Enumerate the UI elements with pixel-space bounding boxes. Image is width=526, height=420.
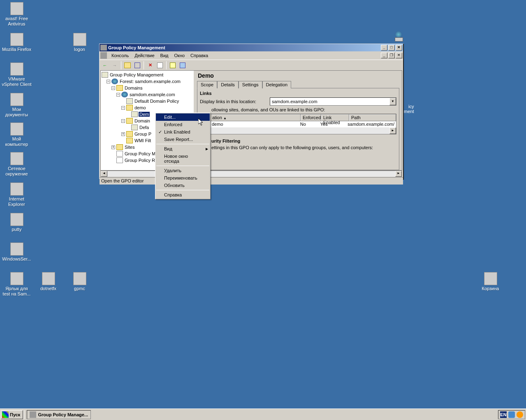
forward-button[interactable]: →	[110, 61, 119, 70]
scroll-right-icon[interactable]: ►	[389, 127, 396, 134]
collapse-icon[interactable]: −	[121, 119, 125, 123]
ctx-edit[interactable]: Edit...	[156, 113, 210, 121]
tree-ddp[interactable]: Default Domain Policy	[134, 99, 180, 104]
desktop-icon[interactable]: Ярлык для test на Sam...	[1, 272, 32, 297]
col-location[interactable]: ation ▲	[200, 114, 301, 121]
desktop-icon[interactable]: avast! Free Antivirus	[1, 2, 32, 27]
tree-gpr[interactable]: Group Policy Re	[124, 158, 158, 163]
collapse-icon[interactable]: −	[107, 80, 110, 83]
desktop-icon[interactable]: gpmc	[64, 272, 95, 291]
tree-gpm[interactable]: Group Policy Mo	[124, 151, 159, 156]
desktop-icon[interactable]: dotnetfx	[33, 272, 64, 291]
back-button[interactable]: ←	[100, 61, 109, 70]
desktop-icon[interactable]: putty	[1, 213, 32, 232]
help-button[interactable]	[168, 61, 177, 70]
window-title: Group Policy Management	[108, 45, 381, 50]
tree-domain[interactable]: samdom.example.com	[129, 92, 176, 97]
taskbar-task[interactable]: Group Policy Manage...	[27, 410, 91, 419]
app-icon	[100, 45, 107, 51]
menu-help[interactable]: Справка	[188, 52, 211, 59]
tab-delegation[interactable]: Delegation	[262, 81, 292, 88]
menu-console[interactable]: Консоль	[109, 52, 132, 59]
tree-gpo[interactable]: Group P	[134, 132, 152, 136]
desktop-icon[interactable]: Мои документы	[1, 93, 32, 118]
options-button[interactable]	[178, 61, 187, 70]
report-icon	[116, 151, 123, 157]
titlebar[interactable]: Group Policy Management _ □ ✕	[100, 44, 403, 51]
desktop-icon[interactable]: VMware vSphere Client	[1, 62, 32, 87]
tab-scope[interactable]: Scope	[197, 81, 217, 88]
delete-button[interactable]: ✕	[146, 61, 155, 70]
ctx-save-report[interactable]: Save Report...	[156, 136, 210, 143]
scroll-left-icon[interactable]: ◄	[101, 171, 107, 177]
tab-settings[interactable]: Settings	[239, 81, 262, 88]
tree-dc-def[interactable]: Defa	[139, 125, 150, 130]
refresh-button[interactable]	[155, 61, 165, 70]
col-link-enabled[interactable]: Link Enabled	[321, 114, 349, 121]
start-button[interactable]: Пуск	[1, 410, 23, 419]
ctx-refresh[interactable]: Обновить	[156, 182, 210, 189]
expand-icon[interactable]: +	[111, 145, 115, 149]
desktop-icon[interactable]: Корзина	[475, 272, 506, 291]
desktop-icon[interactable]: WindowsSer...	[1, 242, 32, 262]
collapse-icon[interactable]: −	[111, 86, 115, 90]
tree-wmi[interactable]: WMI Filt	[134, 138, 152, 143]
tree-demo-gpo[interactable]: Dem	[139, 112, 150, 117]
h-scrollbar[interactable]: ◄ ►	[200, 127, 396, 134]
separator	[156, 144, 209, 144]
minimize-button[interactable]: _	[381, 45, 387, 51]
app-icon	[10, 93, 23, 106]
col-enforced[interactable]: Enforced	[301, 114, 321, 121]
tray-icon[interactable]	[508, 411, 515, 418]
table-row[interactable]: demo No Yes samdom.example.com/	[200, 121, 396, 128]
desktop-icon[interactable]: Сетевое окружение	[1, 152, 32, 177]
maximize-button[interactable]: □	[388, 45, 395, 51]
icon-label: logon	[64, 47, 95, 52]
icon-label: Mozilla Firefox	[1, 47, 32, 52]
tab-details[interactable]: Details	[217, 81, 239, 88]
menu-action[interactable]: Действие	[132, 52, 157, 59]
tree-root[interactable]: Group Policy Management	[109, 72, 164, 77]
tree-sites[interactable]: Sites	[124, 145, 135, 150]
tray-avast-icon[interactable]	[517, 411, 523, 418]
scroll-right-icon[interactable]: ►	[395, 171, 402, 177]
mdi-restore-button[interactable]: ❐	[388, 53, 395, 58]
location-combo[interactable]: samdom.example.com ▼	[270, 97, 396, 106]
col-path[interactable]: Path	[349, 114, 396, 121]
ctx-new-window[interactable]: Новое окно отсюда	[156, 152, 210, 165]
desktop-icon[interactable]: logon	[64, 33, 95, 52]
separator	[156, 190, 209, 190]
links-grid[interactable]: ation ▲ Enforced Link Enabled Path demo …	[200, 114, 396, 134]
gpm-root-icon	[102, 72, 108, 78]
folder-icon	[126, 138, 133, 143]
icon-label: Корзина	[475, 286, 506, 291]
desktop-icon[interactable]: Mozilla Firefox	[1, 33, 32, 52]
tree-domains[interactable]: Domains	[124, 85, 143, 90]
mdi-minimize-button[interactable]: _	[381, 53, 387, 58]
tree-forest[interactable]: Forest: samdom.example.com	[119, 79, 181, 84]
mdi-close-button[interactable]: ✕	[396, 53, 402, 58]
dropdown-icon[interactable]: ▼	[389, 98, 396, 105]
collapse-icon[interactable]: −	[116, 93, 120, 97]
ctx-enforced[interactable]: Enforced	[156, 121, 210, 128]
ctx-link-enabled[interactable]: Link Enabled	[156, 128, 210, 136]
network-icon[interactable]	[395, 31, 403, 42]
desktop-icon[interactable]: Internet Explorer	[1, 182, 32, 207]
system-tray[interactable]: EN	[498, 410, 525, 419]
show-hide-button[interactable]	[133, 61, 142, 70]
tree-demo-ou[interactable]: demo	[134, 105, 147, 110]
menu-window[interactable]: Окно	[171, 52, 188, 59]
ctx-help[interactable]: Справка	[156, 191, 210, 198]
desktop-icon[interactable]: Мой компьютер	[1, 122, 32, 147]
collapse-icon[interactable]: −	[121, 106, 125, 110]
lang-indicator[interactable]: EN	[500, 411, 507, 418]
ctx-rename[interactable]: Переименовать	[156, 174, 210, 182]
menu-view[interactable]: Вид	[158, 52, 171, 59]
expand-icon[interactable]: +	[121, 132, 125, 136]
up-button[interactable]	[123, 61, 132, 70]
security-title: urity Filtering	[200, 138, 396, 143]
close-button[interactable]: ✕	[396, 45, 402, 51]
ctx-view[interactable]: Вид	[156, 145, 210, 152]
ctx-delete[interactable]: Удалить	[156, 167, 210, 174]
tree-dc[interactable]: Domain	[134, 118, 151, 123]
